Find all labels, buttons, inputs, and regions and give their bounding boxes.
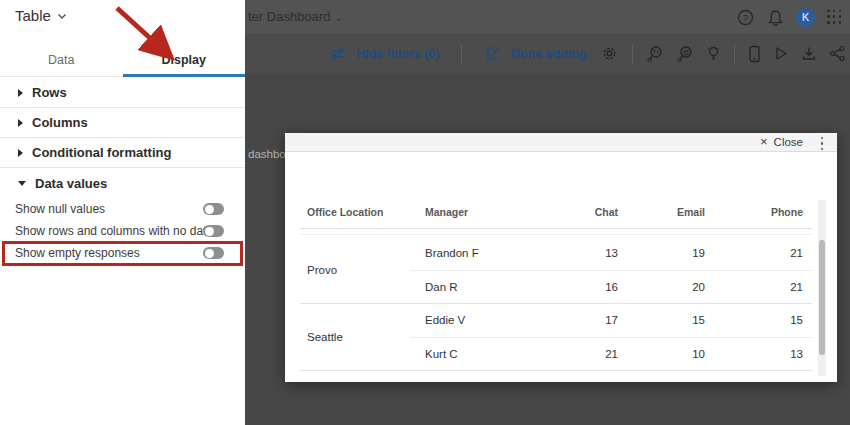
- email-value: 19: [645, 247, 705, 259]
- tab-display[interactable]: Display: [123, 46, 246, 77]
- column-header-manager: Manager: [425, 206, 468, 218]
- section-conditional-formatting[interactable]: Conditional formatting: [0, 138, 245, 168]
- svg-text:@: @: [683, 48, 690, 55]
- toolbar-separator: [632, 44, 633, 64]
- caret-down-icon: [18, 181, 26, 186]
- location-cell: Seattle: [307, 331, 343, 343]
- column-header-office-location: Office Location: [307, 206, 383, 218]
- edit-pencil-icon: [484, 44, 504, 64]
- hide-filters-label: Hide filters (0): [356, 47, 439, 61]
- tab-data[interactable]: Data: [0, 46, 123, 77]
- edit-toolbar: 0 Hide filters (0) Done editing Tx @: [245, 34, 850, 73]
- dashboard-title[interactable]: ter Dashboard⌄: [248, 9, 343, 24]
- svg-text:?: ?: [742, 13, 747, 23]
- caret-right-icon: [18, 119, 23, 127]
- phone-value: 15: [743, 314, 803, 326]
- download-icon[interactable]: [801, 44, 817, 64]
- show-rows-columns-no-data-toggle[interactable]: [203, 225, 224, 237]
- close-button[interactable]: × Close: [760, 135, 803, 148]
- toggle-label: Show null values: [15, 202, 105, 216]
- chevron-down-icon: ⌄: [334, 12, 342, 23]
- show-empty-responses-toggle[interactable]: [203, 247, 224, 259]
- close-x-icon: ×: [760, 135, 768, 148]
- toggle-row-show-null-values: Show null values: [0, 198, 245, 220]
- svg-text:0: 0: [345, 46, 348, 52]
- email-value: 10: [645, 348, 705, 360]
- ideas-lightbulb-icon[interactable]: [706, 44, 721, 64]
- column-header-chat: Chat: [558, 206, 618, 218]
- mobile-preview-icon[interactable]: [748, 44, 761, 64]
- chat-value: 17: [558, 314, 618, 326]
- panel-tabs: Data Display: [0, 46, 245, 77]
- apps-grid-icon[interactable]: [827, 10, 842, 25]
- share-icon[interactable]: [829, 44, 846, 64]
- manager-cell: Kurt C: [425, 348, 458, 360]
- toolbar-separator: [734, 44, 735, 64]
- preview-text-search-icon[interactable]: Tx: [646, 44, 665, 64]
- email-value: 15: [645, 314, 705, 326]
- notifications-bell-icon[interactable]: [766, 8, 784, 26]
- done-editing-label: Done editing: [511, 47, 587, 61]
- preview-user-search-icon[interactable]: @: [676, 44, 695, 64]
- group-divider: [300, 303, 812, 304]
- toggle-label: Show empty responses: [15, 246, 140, 260]
- table-top-divider: [300, 234, 812, 235]
- manager-cell: Dan R: [425, 281, 458, 293]
- toolbar-separator: [461, 44, 462, 64]
- column-header-email: Email: [645, 206, 705, 218]
- phone-value: 21: [743, 281, 803, 293]
- toggle-label: Show rows and columns with no data: [15, 224, 213, 238]
- modal-scrollbar-thumb[interactable]: [819, 240, 825, 355]
- dashboard-title-text: ter Dashboard: [248, 9, 330, 24]
- modal-scrollbar-track[interactable]: [818, 200, 826, 376]
- help-icon[interactable]: ?: [736, 8, 754, 26]
- toggle-row-show-empty-responses: Show empty responses: [0, 242, 245, 264]
- location-cell: Provo: [307, 264, 337, 276]
- widget-settings-panel: Table Data Display Rows Columns Conditio…: [0, 0, 245, 425]
- chat-value: 13: [558, 247, 618, 259]
- chevron-down-icon: [57, 13, 67, 20]
- filters-slider-icon: 0: [329, 44, 349, 64]
- settings-gear-icon[interactable]: [601, 44, 618, 64]
- done-editing-button[interactable]: Done editing: [484, 44, 587, 64]
- widget-type-dropdown[interactable]: Table: [15, 7, 67, 24]
- section-columns[interactable]: Columns: [0, 108, 245, 138]
- table-header-divider: [300, 228, 812, 229]
- caret-right-icon: [18, 89, 23, 97]
- svg-text:Tx: Tx: [653, 49, 660, 55]
- modal-header: × Close: [285, 133, 837, 152]
- toggle-row-show-rows-columns-no-data: Show rows and columns with no data: [0, 220, 245, 242]
- manager-cell: Brandon F: [425, 247, 479, 259]
- column-header-phone: Phone: [743, 206, 803, 218]
- sub-row-divider: [410, 337, 812, 338]
- table-bottom-divider: [300, 370, 812, 371]
- section-rows[interactable]: Rows: [0, 78, 245, 108]
- sub-row-divider: [410, 270, 812, 271]
- caret-right-icon: [18, 149, 23, 157]
- email-value: 20: [645, 281, 705, 293]
- manager-cell: Eddie V: [425, 314, 465, 326]
- widget-type-label: Table: [15, 7, 51, 24]
- close-label: Close: [774, 136, 803, 148]
- top-bar: ter Dashboard⌄ ? K: [245, 0, 850, 34]
- phone-value: 13: [743, 348, 803, 360]
- widget-preview-modal: × Close Office Location Manager Chat Ema…: [285, 133, 837, 382]
- show-null-values-toggle[interactable]: [203, 203, 224, 215]
- chat-value: 21: [558, 348, 618, 360]
- section-data-values[interactable]: Data values: [0, 168, 245, 198]
- kebab-menu-icon[interactable]: [817, 137, 827, 150]
- play-preview-icon[interactable]: [773, 44, 789, 64]
- hide-filters-button[interactable]: 0 Hide filters (0): [329, 44, 439, 64]
- user-avatar[interactable]: K: [796, 8, 815, 27]
- chat-value: 16: [558, 281, 618, 293]
- phone-value: 21: [743, 247, 803, 259]
